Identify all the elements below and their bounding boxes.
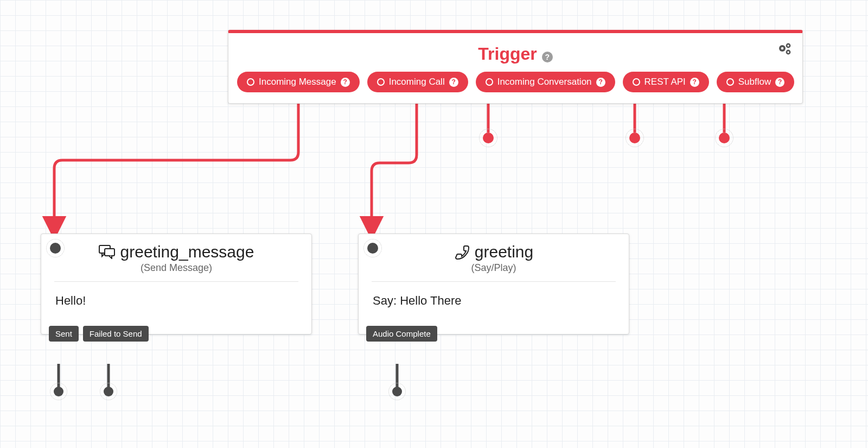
help-icon[interactable]: ? [449,78,458,87]
step-subtitle: (Send Message) [41,262,311,281]
step-title-row: greeting [359,234,629,262]
phone-icon [454,244,469,260]
output-port-icon [486,78,493,86]
svg-point-3 [787,45,789,46]
endpoint-incoming-conversation[interactable] [483,132,494,143]
trigger-outputs: Incoming Message ? Incoming Call ? Incom… [228,68,802,103]
settings-gears-icon[interactable] [777,41,793,61]
wire-trigger-to-greeting [372,103,417,236]
output-port-icon [726,78,734,86]
trigger-output-rest-api[interactable]: REST API ? [623,72,709,92]
step-title-text: greeting_message [120,243,254,261]
endpoint-rest-api[interactable] [629,132,640,143]
output-port-icon [247,78,254,86]
trigger-widget[interactable]: Trigger ? Incoming Message ? Incoming Ca… [228,30,803,104]
output-port-icon [377,78,385,86]
step-input-port[interactable] [367,243,378,254]
pill-label: REST API [644,77,686,87]
pill-label: Subflow [738,77,771,87]
step-output-tags: Audio Complete [366,326,437,342]
trigger-title: Trigger [478,44,537,64]
chat-bubble-icon [99,245,115,259]
step-greeting_message[interactable]: greeting_message (Send Message) Hello! S… [41,234,312,335]
step-title-text: greeting [475,243,533,261]
trigger-header: Trigger ? [228,33,802,68]
step-title-row: greeting_message [41,234,311,262]
endpoint-failed-to-send[interactable] [104,387,113,396]
output-sent[interactable]: Sent [49,326,79,342]
step-greeting[interactable]: greeting (Say/Play) Say: Hello There Aud… [358,234,629,335]
pill-label: Incoming Conversation [497,77,592,87]
svg-point-1 [781,47,784,50]
output-port-icon [633,78,640,86]
trigger-output-incoming-call[interactable]: Incoming Call ? [367,72,468,92]
pill-label: Incoming Call [389,77,445,87]
step-input-port[interactable] [50,243,61,254]
endpoint-sent[interactable] [54,387,63,396]
wire-trigger-to-greeting_message [54,103,298,236]
endpoint-subflow[interactable] [719,132,730,143]
pill-label: Incoming Message [259,77,336,87]
help-icon[interactable]: ? [690,78,699,87]
svg-rect-7 [105,249,114,256]
output-failed-to-send[interactable]: Failed to Send [83,326,149,342]
trigger-output-subflow[interactable]: Subflow ? [717,72,794,92]
step-subtitle: (Say/Play) [359,262,629,281]
endpoint-audio-complete[interactable] [392,387,402,396]
svg-point-5 [787,51,789,53]
help-icon[interactable]: ? [775,78,784,87]
output-audio-complete[interactable]: Audio Complete [366,326,437,342]
step-output-tags: Sent Failed to Send [49,326,149,342]
trigger-output-incoming-conversation[interactable]: Incoming Conversation ? [476,72,615,92]
help-icon[interactable]: ? [542,52,553,62]
help-icon[interactable]: ? [596,78,605,87]
help-icon[interactable]: ? [341,78,350,87]
trigger-output-incoming-message[interactable]: Incoming Message ? [237,72,360,92]
